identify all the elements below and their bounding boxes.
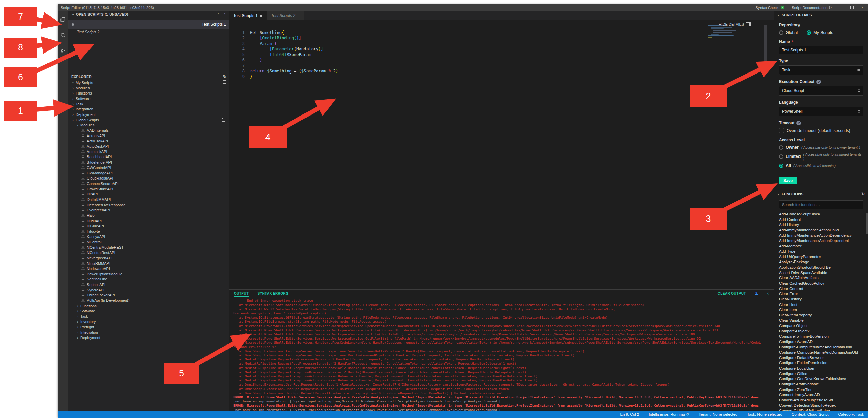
tree-item[interactable]: › ITGlueAPI	[68, 224, 229, 229]
tree-item[interactable]: › Deployment	[68, 112, 229, 117]
tree-item[interactable]: › Functions	[68, 90, 229, 96]
function-item[interactable]: Clear-History	[779, 297, 868, 302]
function-item[interactable]: Connect-ImmyAzureAD	[779, 392, 868, 398]
tree-item[interactable]: › CWControlAPI	[68, 165, 229, 170]
help-icon[interactable]: ?	[816, 80, 821, 84]
editor-scrollbar[interactable]	[764, 25, 767, 65]
tree-item[interactable]: › Preflight	[68, 325, 229, 330]
tree-item[interactable]: › Global Scripts	[68, 117, 229, 123]
tree-item[interactable]: › VultrApi (In Development)	[68, 298, 229, 303]
repository-option[interactable]: Global	[779, 30, 798, 35]
tree-item[interactable]: › DPAPI	[68, 191, 229, 197]
open-in-split-icon[interactable]	[222, 118, 225, 122]
function-item[interactable]: Add-ImmyMaintenanceActionChild	[779, 228, 868, 233]
close-output-icon[interactable]: ×	[767, 291, 769, 296]
tree-item[interactable]: › CloudRadialAPI	[68, 175, 229, 181]
tree-item[interactable]: › Inventory	[68, 319, 229, 325]
tree-item[interactable]: › BitdefenderAPI	[68, 160, 229, 165]
status-bar-item[interactable]: Intellisense: Running ↻	[649, 412, 689, 417]
scroll-to-bottom-icon[interactable]: «	[755, 292, 758, 295]
run-script-icon[interactable]	[60, 47, 66, 54]
explorer-header[interactable]: EXPLORER ↻	[68, 73, 229, 80]
function-item[interactable]: Clear-Host	[779, 302, 868, 308]
functions-scrollbar[interactable]	[866, 213, 868, 234]
script-documentation-link[interactable]: Script Documentation ↗	[792, 6, 833, 10]
function-item[interactable]: Clear-AADJoinArtifacts	[779, 275, 868, 281]
status-bar-item[interactable]: Category: Task	[838, 412, 864, 416]
tree-item[interactable]: › Integration	[68, 106, 229, 112]
clear-output-button[interactable]: CLEAR OUTPUT	[718, 292, 746, 295]
save-all-icon[interactable]: +	[217, 12, 220, 16]
function-item[interactable]: Configure-PathVariable	[779, 382, 868, 387]
function-item[interactable]: Configure-ComputerNameAndDomainJoinOld	[779, 350, 868, 355]
save-button[interactable]: Save	[779, 177, 797, 184]
tree-item[interactable]: › NCentralModuleREST	[68, 245, 229, 250]
name-field[interactable]	[779, 46, 863, 54]
tree-item[interactable]: › NCentralRestAPI	[68, 250, 229, 255]
tree-item[interactable]: › Deployment	[68, 335, 229, 340]
close-button[interactable]: ×	[861, 6, 863, 9]
function-item[interactable]: Analyze-Package	[779, 259, 868, 265]
function-item[interactable]: Add-Type	[779, 249, 868, 254]
status-bar-item[interactable]: Context: Cloud Script	[792, 412, 829, 416]
tree-item[interactable]: › AADInternals	[68, 128, 229, 133]
open-script-item[interactable]: Test Scripts 2	[68, 29, 229, 35]
function-item[interactable]: Compare-Object	[779, 323, 868, 329]
tree-item[interactable]: › Functions	[68, 303, 229, 309]
function-item[interactable]: Add-Content	[779, 217, 868, 223]
function-item[interactable]: Configure-OneDriveKnownFolderMove	[779, 376, 868, 382]
tree-item[interactable]: › SyncroAPI	[68, 287, 229, 293]
tree-item[interactable]: › ThreatLockerAPI	[68, 293, 229, 298]
tree-item[interactable]: › Halo	[68, 213, 229, 218]
function-item[interactable]: Convert-AzureAdObjectIdToSid	[779, 398, 868, 403]
tree-item[interactable]: › DattoRMMAPI	[68, 197, 229, 202]
tree-item[interactable]: › Task	[68, 101, 229, 107]
tree-item[interactable]: › KaseyaAPI	[68, 234, 229, 239]
hide-details-button[interactable]: HIDE DETAILS	[719, 22, 751, 26]
open-scripts-header[interactable]: › OPEN SCRIPTS (1 UNSAVED) + ×	[68, 11, 229, 18]
maximize-button[interactable]	[850, 6, 854, 9]
tree-item[interactable]: › HuduAPI	[68, 218, 229, 224]
function-item[interactable]: Clear-Item	[779, 307, 868, 313]
repository-option[interactable]: My Scripts	[807, 30, 833, 35]
tree-item[interactable]: › Task	[68, 314, 229, 319]
output-tab[interactable]: SYNTAX ERRORS	[258, 290, 289, 297]
function-item[interactable]: Add-CodeToScriptBlock	[779, 212, 868, 217]
function-item[interactable]: Configure-Office	[779, 371, 868, 377]
function-item[interactable]: Clear-Error	[779, 291, 868, 297]
help-icon[interactable]: ?	[796, 121, 801, 125]
open-script-item[interactable]: Test Scripts 1	[68, 20, 229, 29]
status-bar-item[interactable]: Tenant: None selected	[699, 412, 737, 416]
tree-item[interactable]: › ActivTrakAPI	[68, 139, 229, 144]
tree-item[interactable]: › Integration	[68, 330, 229, 335]
tree-item[interactable]: › AutotaskAPI	[68, 149, 229, 154]
function-item[interactable]: Clear-CachedGroupPolicy	[779, 281, 868, 286]
refresh-icon[interactable]: ↻	[861, 192, 865, 196]
function-item[interactable]: CompareTo-ImmyBotVersion	[779, 334, 868, 339]
function-item[interactable]: Configure-LocalUser	[779, 366, 868, 371]
function-item[interactable]: Configure-ZeroTier	[779, 387, 868, 393]
output-tab[interactable]: OUTPUT	[234, 290, 249, 297]
editor-tab[interactable]: Test Scripts 1	[229, 11, 267, 20]
tree-item[interactable]: › CWManageAPI	[68, 170, 229, 176]
tree-item[interactable]: › Modules	[68, 85, 229, 91]
tree-item[interactable]: › AutoDeskAPI	[68, 144, 229, 149]
tree-item[interactable]: › BeachheadAPI	[68, 154, 229, 160]
function-item[interactable]: Configure-ComputerNameAndDomainJoin	[779, 344, 868, 350]
tree-item[interactable]: › ConnectSecureAPI	[68, 181, 229, 186]
execution-context-select[interactable]: Cloud Script	[779, 86, 863, 96]
refresh-icon[interactable]: ↻	[223, 74, 226, 79]
function-search-input[interactable]	[779, 200, 863, 209]
search-icon[interactable]	[60, 32, 66, 39]
tree-item[interactable]: › Infocyte	[68, 229, 229, 234]
editor-tab[interactable]: Test Scripts 2	[267, 11, 304, 20]
tree-item[interactable]: › SophosAPI	[68, 282, 229, 287]
tree-item[interactable]: › NCentral	[68, 239, 229, 245]
function-item[interactable]: Add-ImmyMaintenanceActionDependency	[779, 233, 868, 238]
function-item[interactable]: Compare-Object2	[779, 329, 868, 334]
access-level-option[interactable]: All ( Accessible to all tenants )	[779, 163, 863, 168]
status-bar-item[interactable]: Task: None selected	[747, 412, 782, 416]
open-in-split-icon[interactable]	[222, 81, 225, 84]
function-item[interactable]: Add-UriQueryParameter	[779, 254, 868, 260]
tree-item[interactable]: › CrowdStrikeAPI	[68, 186, 229, 192]
